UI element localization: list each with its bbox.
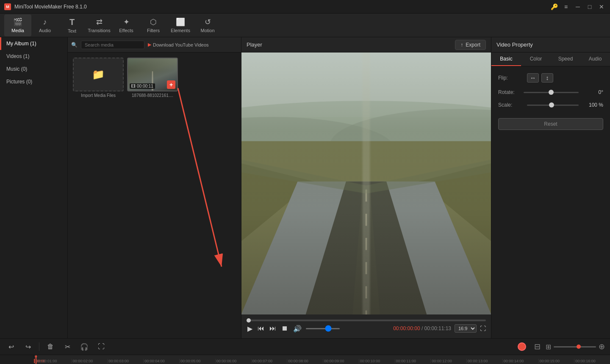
effects-icon: ✦ [123, 17, 130, 27]
scale-slider[interactable] [527, 105, 579, 106]
fullscreen-button[interactable]: ⛶ [480, 325, 486, 332]
media-grid: 📁 Import Media Files 🎞 00:00:11 [68, 52, 241, 338]
film-icon: 🎞 [131, 84, 136, 88]
toolbar-text[interactable]: T Text [58, 14, 86, 36]
folder-icon: 📁 [92, 69, 105, 80]
media-icon: 🎬 [13, 17, 22, 27]
ruler-mark-13: 00:00:13:00 [466, 359, 502, 363]
duration-badge: 🎞 00:00:11 [130, 83, 155, 89]
export-button[interactable]: ↑ Export [455, 40, 486, 50]
zoom-slider[interactable] [554, 346, 596, 347]
svg-marker-6 [241, 141, 314, 314]
app-title: MiniTool MovieMaker Free 8.1.0 [14, 4, 550, 10]
crop-button[interactable]: ⛶ [95, 341, 107, 353]
media-file-item[interactable]: 🎞 00:00:11 + 187688-881022161.... [127, 58, 178, 98]
reset-button[interactable]: Reset [498, 118, 603, 130]
ruler-mark-9: 00:00:09:00 [323, 359, 359, 363]
right-panel: Video Property Basic Color Speed Audio F… [491, 37, 610, 338]
import-label: Import Media Files [81, 93, 116, 98]
flip-horizontal-button[interactable]: ↔ [527, 73, 539, 83]
sidebar-item-music[interactable]: Music (0) [0, 63, 67, 75]
search-icon: 🔍 [71, 42, 78, 48]
maximize-button[interactable]: □ [585, 3, 594, 11]
ruler-mark-4: 00:00:04:00 [143, 359, 179, 363]
ruler-mark-14: 00:00:14:00 [502, 359, 538, 363]
toolbar-motion-label: Motion [200, 28, 214, 33]
time-display: 00:00:00:00 / 00:00:11:13 [343, 325, 451, 331]
next-frame-button[interactable]: ⏭ [269, 324, 277, 333]
undo-button[interactable]: ↩ [5, 341, 17, 353]
volume-slider[interactable] [306, 328, 340, 329]
toolbar-audio[interactable]: ♪ Audio [31, 14, 58, 36]
settings-icon[interactable]: 🔑 [550, 3, 558, 11]
minimize-button[interactable]: ─ [574, 3, 582, 11]
file-name: 187688-881022161.... [132, 93, 173, 98]
stop-button[interactable]: ⏹ [280, 324, 289, 333]
import-thumb: 📁 [73, 58, 124, 91]
aspect-ratio-select[interactable]: 16:9 4:3 1:1 9:16 [455, 324, 477, 333]
transitions-icon: ⇄ [96, 17, 103, 27]
download-yt-label: Download YouTube Videos [153, 42, 209, 47]
tab-color[interactable]: Color [521, 52, 551, 66]
audio-button[interactable]: 🎧 [78, 341, 90, 353]
scale-label: Scale: [498, 102, 524, 108]
timeline-ruler: 00:00 00:00:01:00 00:00:02:00 00:00:03:0… [34, 355, 610, 364]
close-button[interactable]: ✕ [597, 3, 606, 11]
ruler-mark-8: 00:00:08:00 [287, 359, 323, 363]
tab-basic[interactable]: Basic [491, 52, 521, 66]
tab-audio[interactable]: Audio [580, 52, 610, 66]
toolbar-transitions[interactable]: ⇄ Transitions [86, 14, 113, 36]
toolbar-filters[interactable]: ⬡ Filters [140, 14, 167, 36]
flip-vertical-button[interactable]: ↕ [541, 73, 553, 83]
scale-value: 100 % [582, 102, 603, 108]
ruler-mark-11: 00:00:11:00 [395, 359, 431, 363]
toolbar-elements-label: Elements [171, 28, 190, 33]
prev-frame-button[interactable]: ⏮ [257, 324, 265, 333]
ruler-mark-3: 00:00:03:00 [108, 359, 144, 363]
toolbar-motion[interactable]: ↺ Motion [194, 14, 221, 36]
flip-label: Flip: [498, 75, 524, 81]
titlebar: M MiniTool MovieMaker Free 8.1.0 🔑 ≡ ─ □… [0, 0, 610, 14]
toolbar-elements[interactable]: ⬜ Elements [167, 14, 194, 36]
split-icon: ⊞ [546, 343, 551, 351]
scale-slider-container: 100 % [527, 102, 603, 108]
player-area: Player ↑ Export [241, 37, 491, 338]
preview-image [241, 52, 491, 314]
panel-title: Video Property [496, 41, 533, 48]
toolbar-separator-1 [39, 342, 39, 351]
svg-marker-12 [241, 141, 491, 194]
progress-thumb[interactable] [247, 318, 251, 323]
redo-button[interactable]: ↪ [22, 341, 34, 353]
rotate-slider[interactable] [524, 92, 579, 93]
ruler-mark-12: 00:00:12:00 [430, 359, 466, 363]
volume-icon[interactable]: 🔊 [292, 324, 302, 334]
scale-row: Scale: 100 % [498, 102, 603, 108]
cut-button[interactable]: ✂ [61, 341, 73, 353]
record-button[interactable] [518, 342, 526, 351]
flip-controls: ↔ ↕ [527, 73, 553, 83]
search-input[interactable] [81, 41, 144, 49]
ruler-mark-10: 00:00:10:00 [359, 359, 395, 363]
video-preview [241, 52, 491, 314]
delete-button[interactable]: 🗑 [44, 341, 56, 353]
toolbar-effects[interactable]: ✦ Effects [113, 14, 140, 36]
toolbar-text-label: Text [68, 28, 76, 33]
sidebar-item-myalbum[interactable]: My Album (1) [0, 37, 67, 50]
play-button[interactable]: ▶ [247, 324, 253, 334]
ruler-mark-16: 00:00:16:00 [574, 359, 610, 363]
sidebar-item-videos[interactable]: Videos (1) [0, 50, 67, 63]
menu-icon[interactable]: ≡ [562, 3, 570, 11]
sidebar-item-pictures[interactable]: Pictures (0) [0, 75, 67, 88]
total-time: 00:00:11:13 [424, 325, 451, 331]
player-title: Player [247, 41, 262, 48]
svg-marker-9 [306, 182, 427, 314]
add-to-timeline-button[interactable]: + [167, 80, 175, 89]
toolbar-media[interactable]: 🎬 Media [4, 14, 31, 36]
progress-bar[interactable] [247, 320, 486, 321]
download-youtube-button[interactable]: ▶ Download YouTube Videos [148, 42, 209, 47]
tab-speed[interactable]: Speed [551, 52, 580, 66]
playhead[interactable] [36, 355, 36, 364]
import-media-item[interactable]: 📁 Import Media Files [73, 58, 124, 98]
svg-point-2 [241, 101, 491, 181]
video-thumb: 🎞 00:00:11 + [127, 58, 178, 91]
